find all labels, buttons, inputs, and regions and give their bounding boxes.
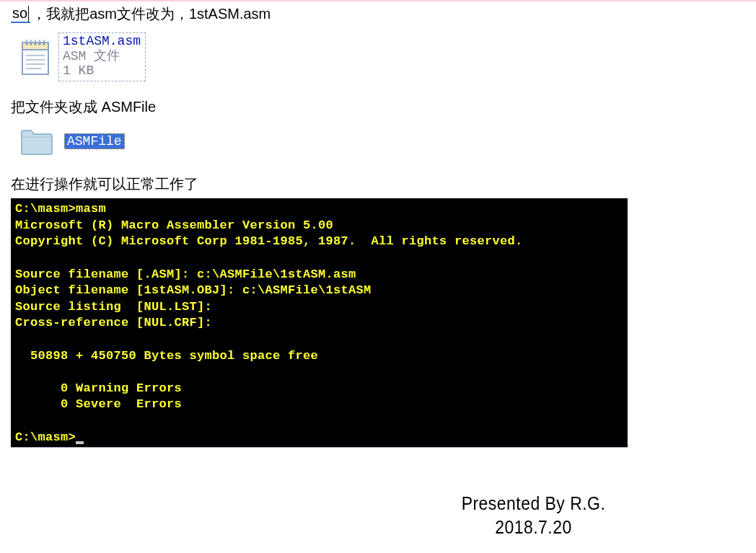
- term-l6: Source listing [NUL.LST]:: [15, 300, 212, 314]
- term-l2: Copyright (C) Microsoft Corp 1981-1985, …: [15, 234, 523, 248]
- term-l9: 50898 + 450750 Bytes symbol space free: [15, 349, 318, 363]
- terminal-window: C:\masm>masm Microsoft (R) Macro Assembl…: [11, 198, 628, 448]
- asm-file-row: 1stASM.asm ASM 文件 1 KB: [19, 32, 745, 81]
- term-l7: Cross-reference [NUL.CRF]:: [15, 316, 212, 329]
- term-l4: Source filename [.ASM]: c:\ASMFile\1stAS…: [15, 267, 356, 281]
- term-l5: Object filename [1stASM.OBJ]: c:\ASMFile…: [15, 283, 372, 297]
- notepad-file-icon: [19, 37, 51, 77]
- term-l11: 0 Warning Errors: [15, 381, 182, 395]
- footer-date: 2018.7.20: [462, 516, 606, 540]
- terminal-cursor: [76, 441, 84, 444]
- text-cursor: [28, 6, 29, 22]
- asm-filesize: 1 KB: [63, 63, 141, 79]
- editing-text[interactable]: so: [11, 5, 30, 24]
- asm-file-details[interactable]: 1stASM.asm ASM 文件 1 KB: [58, 32, 146, 81]
- folder-icon: [19, 127, 54, 156]
- asm-filename: 1stASM.asm: [63, 34, 141, 49]
- intro-line-3: 在进行操作就可以正常工作了: [11, 174, 745, 194]
- term-l12: 0 Severe Errors: [15, 397, 182, 411]
- so-text: so: [12, 5, 27, 21]
- intro-rest: ，我就把asm文件改为，1stASM.asm: [32, 4, 271, 24]
- asm-filetype: ASM 文件: [63, 49, 141, 64]
- term-l0: C:\masm>masm: [15, 202, 106, 216]
- term-l14: C:\masm>: [15, 430, 76, 444]
- terminal-output: C:\masm>masm Microsoft (R) Macro Assembl…: [11, 198, 628, 447]
- footer: Presented By R.G. 2018.7.20: [462, 492, 606, 541]
- intro-line-1: so ，我就把asm文件改为，1stASM.asm: [11, 4, 745, 24]
- term-l1: Microsoft (R) Macro Assembler Version 5.…: [15, 218, 333, 232]
- intro-line-2: 把文件夹改成 ASMFile: [11, 97, 745, 117]
- footer-presented: Presented By R.G.: [462, 492, 606, 516]
- folder-row: ASMFile: [19, 127, 745, 156]
- folder-name-selected[interactable]: ASMFile: [64, 133, 125, 149]
